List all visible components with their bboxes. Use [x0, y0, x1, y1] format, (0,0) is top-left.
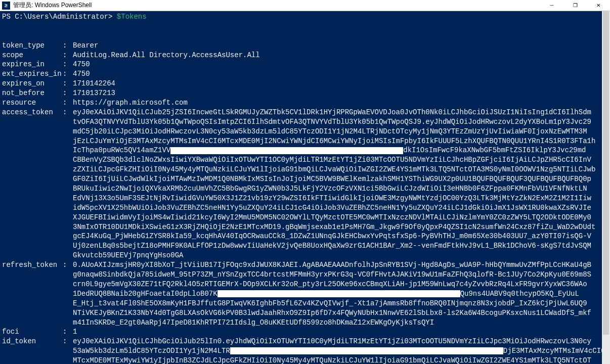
kv-key-scope: scope: [2, 51, 63, 60]
access-token-cont: GF0ZiI6IjUiLCJwdWlkIjoiMTAwMzIwMDM1Q0NBM…: [73, 174, 608, 184]
kv-key-id-token: id_token: [2, 337, 63, 346]
terminal-area[interactable]: PS C:\Users\Administrator> $Tokens token…: [0, 11, 610, 364]
scrollbar[interactable]: [602, 11, 610, 364]
kv-row: expires_in : 4750: [2, 60, 608, 69]
kv-key-resource: resource: [2, 98, 63, 108]
ps-prompt: PS C:\Users\Administrator>: [2, 13, 117, 21]
kv-row: ext_expires_in : 4750: [2, 69, 608, 79]
kv-key-ext-expires-in: ext_expires_in: [2, 69, 63, 79]
kv-row: not_before : 1710137213: [2, 88, 608, 98]
redacted-block: x: [217, 290, 460, 297]
refresh-token-cont: g0naqw8SinbdkQja785idweM_95tP73ZM_nYSnZg…: [73, 270, 608, 280]
access-token-cont: BRUkuIiwic2NwIjoiQXVkaXRMb2cuUmVhZC5BbGw…: [73, 184, 608, 194]
kv-key-expires-in: expires_in: [2, 60, 63, 69]
access-token-cont: CBBenVyZSBQb3dlclNoZWxsIiwiYXBwaWQiOiIxO…: [73, 155, 608, 165]
refresh-token-cont: NTiVKEJyBKnZ1K33NbY4d0TgG8LXAsOkVG6kPV0B…: [73, 308, 608, 318]
id-token-cont: MTcxMDE0MTExMywiYW1yIjpbInB3ZCJdLCJpcGFk…: [73, 356, 608, 364]
token-part: DjE3MTAxMzcyMTMsImV4cCI6: [503, 347, 605, 355]
refresh-token-cont: m41InSKRDe_E2gt0AaRpj47IpeD81KhRTPI721Id…: [73, 318, 608, 328]
kv-row: expires_on : 1710142264: [2, 79, 608, 88]
kv-row-id-token: id_token : eyJ0eXAiOiJKV1QiLCJhbGciOiJub…: [2, 337, 608, 346]
kv-val-ext-expires-in: 4750: [73, 69, 608, 79]
refresh-token-cont: crn0L9gye5mVgX30ZE71tFQ2Rkl4O5zRTIGEMrX-…: [73, 280, 608, 289]
kv-sep: :: [63, 108, 73, 117]
redacted-block: x: [230, 347, 503, 354]
kv-sep: :: [63, 79, 73, 88]
kv-sep: :: [63, 337, 73, 346]
access-token-cont: EdVNj13X3o5UmF3SEJtNjRvIiwidGVuYW50X3J1Z…: [73, 194, 608, 203]
kv-val-scope: AuditLog.Read.All Directory.AccessAsUser…: [73, 51, 608, 60]
kv-sep: :: [63, 260, 73, 270]
prompt-line: PS C:\Users\Administrator> $Tokens: [2, 12, 608, 22]
kv-row-refresh-token: refresh_token : 0.AUoAXIJzmsjHR0yXI8bXoT…: [2, 260, 608, 270]
kv-row-access-token: access_token : eyJ0eXAiOiJKV1QiLCJub25jZ…: [2, 108, 608, 117]
window-controls: ─ ❐ ✕: [540, 0, 610, 11]
kv-key-token-type: token_type: [2, 41, 63, 51]
kv-key-refresh-token: refresh_token: [2, 260, 63, 270]
token-part: IcThpa0puRWc5QV14amZ1VV: [73, 146, 170, 154]
kv-val-expires-on: 1710142264: [73, 79, 608, 88]
refresh-token-cont: 1DedRUQ8BNaib20gHFoaetaI0dpLloB07KxQu9ns…: [73, 289, 608, 299]
access-token-cont: jEzLCJuYmYiOjE3MTAxMzcyMTMsImV4cCI6MTcxM…: [73, 136, 608, 146]
kv-val-refresh-token: 0.AUoAXIJzmsjHR0yXI8bXoT_jtViiUB17IjFOqc…: [73, 260, 608, 270]
access-token-cont: Gkvutcb59UEEVj7pnqYgHso0GA: [73, 251, 608, 260]
maximize-button[interactable]: ❐: [563, 0, 587, 11]
kv-sep: :: [63, 69, 73, 79]
access-token-cont: Uj0zenLBq0s5bejtZ18oPMHF9K0ALFfOP1zDw8ww…: [73, 241, 608, 251]
titlebar: ≥ 管理员: Windows PowerShell ─ ❐ ✕: [0, 0, 610, 11]
scrollbar-thumb[interactable]: [603, 11, 609, 335]
kv-row: resource : https://graph.microsoft.com: [2, 98, 608, 108]
ps-command: $Tokens: [117, 13, 147, 21]
access-token-cont: tvOFA3QTNVYVdTblU3Yk05b1QwTWpoQSIsImtpZC…: [73, 117, 608, 127]
token-part: 1DedRUQ8BNaib20gHFoaetaI0dpLloB07K: [73, 290, 217, 298]
kv-key-not-before: not_before: [2, 88, 63, 98]
kv-val-foci: 1: [73, 327, 608, 337]
kv-key-expires-on: expires_on: [2, 79, 63, 88]
access-token-cont: mdC5jb20iLCJpc3MiOiJodHRwczovL3N0cy53aW5…: [73, 127, 608, 136]
token-part: Qu9ns4UABV9q0thcypO5KQ_EyUuL: [460, 290, 579, 298]
redacted-block: x: [170, 147, 403, 154]
kv-val-expires-in: 4750: [73, 60, 608, 69]
access-token-cont: 3NmIxOTR10DU1MDkiXSwieG1zX3RjZHQiOjE2NzE…: [73, 222, 608, 232]
window-title: 管理员: Windows PowerShell: [12, 1, 540, 10]
kv-row: token_type : Bearer: [2, 41, 608, 51]
kv-val-id-token: eyJ0eXAiOiJKV1QiLCJhbGciOiJub25lIn0.eyJh…: [73, 337, 608, 346]
kv-val-token-type: Bearer: [73, 41, 608, 51]
token-part: dkI1OsImFwcF9kaXNwbGF5bmFtZSI6IklpY3Jvc2…: [403, 146, 586, 154]
kv-val-resource: https://graph.microsoft.com: [73, 98, 608, 108]
access-token-cont: XJGUEFBIiwidmVyIjoiMS4wIiwid21kcyI6WyI2M…: [73, 213, 608, 222]
kv-sep: :: [63, 51, 73, 60]
kv-sep: :: [63, 98, 73, 108]
kv-sep: :: [63, 60, 73, 69]
kv-key-access-token: access_token: [2, 108, 63, 117]
powershell-icon: ≥: [2, 2, 10, 10]
kv-row: foci : 1: [2, 327, 608, 337]
kv-sep: :: [63, 41, 73, 51]
access-token-cont: idW5pcXV1X25hbWUiOiJob3VuZEBhZC5neHN1Yy5…: [73, 203, 608, 213]
kv-sep: :: [63, 327, 73, 337]
close-button[interactable]: ✕: [587, 0, 610, 11]
kv-key-foci: foci: [2, 327, 63, 337]
access-token-cont: IcThpa0puRWc5QV14amZ1VVxdkI1OsImFwcF9kaX…: [73, 146, 608, 155]
kv-val-not-before: 1710137213: [73, 88, 608, 98]
minimize-button[interactable]: ─: [540, 0, 563, 11]
kv-val-access-token: eyJ0eXAiOiJKV1QiLCJub25jZSI6IncweGtLSkRG…: [73, 108, 608, 117]
id-token-cont: 53aW5kb3dzLm5ldC85YTczODI1Yy1jN2M4LTRxDj…: [73, 346, 608, 356]
access-token-cont: gcEJ4KuGq_PjWHebG1ZYSR8kIa59_kcqHhAV40Iq…: [73, 232, 608, 241]
access-token-cont: zZXIiLCJpcGFkZHIiOiI0Ny45My4yMTQuNzkiLCJ…: [73, 165, 608, 174]
refresh-token-cont: E_Htj_t3vat4Fl0ShE5OX8mKyH1FBJffutG8PIwq…: [73, 299, 608, 308]
kv-sep: :: [63, 88, 73, 98]
kv-row: scope : AuditLog.Read.All Directory.Acce…: [2, 51, 608, 60]
token-part: 53aW5kb3dzLm5ldC85YTczODI1Yy1jN2M4LTR: [73, 347, 230, 355]
